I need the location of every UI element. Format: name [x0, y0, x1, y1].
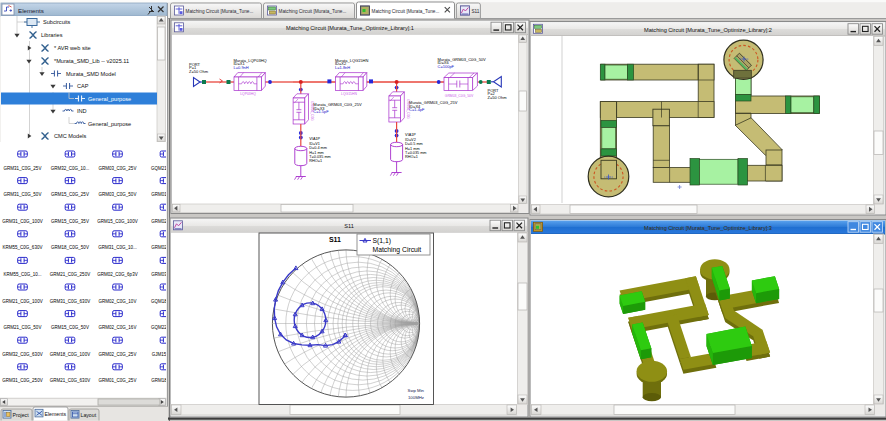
svg-text:LQP03HQ: LQP03HQ — [240, 92, 256, 96]
svg-text:GRM21_C0G_630V: GRM21_C0G_630V — [50, 378, 90, 383]
svg-text:Layout: Layout — [81, 412, 97, 418]
svg-text:IND: IND — [77, 108, 87, 114]
svg-text:C=1.4pF: C=1.4pF — [409, 107, 425, 112]
svg-text:Murata_SMD Model: Murata_SMD Model — [66, 71, 116, 77]
svg-text:Matching Circuit [Murata_Tune.: Matching Circuit [Murata_Tune... — [279, 9, 347, 14]
svg-text:GRM31_C0G_250V: GRM31_C0G_250V — [2, 378, 42, 383]
svg-text:D=0.4 mm: D=0.4 mm — [309, 146, 327, 150]
svg-text:GRM02_C0G_16V: GRM02_C0G_16V — [99, 325, 137, 330]
svg-text:Z=50 Ohm: Z=50 Ohm — [189, 69, 209, 74]
svg-text:Matching Circuit [Murata_Tune_: Matching Circuit [Murata_Tune_Optimize_L… — [644, 225, 772, 231]
svg-text:100MHz: 100MHz — [408, 395, 424, 400]
svg-text:GRM31_C0G_10...: GRM31_C0G_10... — [98, 245, 137, 250]
svg-text:L=1.8nH: L=1.8nH — [335, 65, 350, 70]
svg-text:GRM31_C0G_630V: GRM31_C0G_630V — [50, 299, 90, 304]
svg-text:LQG15HN: LQG15HN — [341, 92, 357, 96]
svg-text:GRM02_C0G_10V: GRM02_C0G_10V — [99, 299, 137, 304]
svg-text:Libraries: Libraries — [41, 32, 63, 38]
svg-text:Elements: Elements — [18, 7, 44, 14]
svg-text:GRM18_C0G_50V: GRM18_C0G_50V — [51, 245, 89, 250]
svg-text:CMC Models: CMC Models — [54, 133, 87, 139]
svg-text:GRM03_C0G_25V: GRM03_C0G_25V — [99, 166, 137, 171]
svg-text:General_purpose: General_purpose — [88, 121, 131, 127]
svg-text:RHO=1: RHO=1 — [405, 155, 418, 159]
svg-text:GRM18_C0G_100V: GRM18_C0G_100V — [50, 352, 90, 357]
svg-text:L=0.9nH: L=0.9nH — [234, 65, 249, 70]
svg-text:*Murata_SMD_Lib -- v2025.11: *Murata_SMD_Lib -- v2025.11 — [54, 58, 129, 64]
svg-text:VIA1P: VIA1P — [309, 137, 320, 141]
svg-text:CAP: CAP — [77, 83, 89, 89]
svg-text:GRM03_C0G_50V: GRM03_C0G_50V — [445, 94, 474, 98]
svg-text:RHO=1: RHO=1 — [309, 159, 322, 163]
svg-text:D=0.5 mm: D=0.5 mm — [405, 142, 423, 146]
svg-text:GRM21_C0G_100V: GRM21_C0G_100V — [2, 299, 42, 304]
svg-text:Matching Circuit [Murata_Tune.: Matching Circuit [Murata_Tune... — [372, 9, 440, 14]
svg-text:GRM15_C0G_100V: GRM15_C0G_100V — [97, 219, 137, 224]
svg-text:KRM55_C0G_630V: KRM55_C0G_630V — [3, 245, 43, 250]
svg-text:GRM32_C0G_10...: GRM32_C0G_10... — [51, 166, 90, 171]
svg-text:GRM15_C0G_25V: GRM15_C0G_25V — [51, 192, 89, 197]
svg-text:S11: S11 — [344, 223, 354, 229]
svg-text:GRM02_C0G_25V: GRM02_C0G_25V — [99, 352, 137, 357]
svg-text:S11: S11 — [471, 9, 479, 14]
svg-text:GRM31_C0G_50V: GRM31_C0G_50V — [4, 192, 42, 197]
svg-text:S(1,1): S(1,1) — [373, 237, 392, 245]
svg-text:VIA1P: VIA1P — [405, 133, 416, 137]
svg-text:Swp Min: Swp Min — [408, 388, 425, 393]
svg-text:Matching Circuit: Matching Circuit — [373, 246, 422, 254]
svg-text:H=1 mm: H=1 mm — [309, 151, 323, 155]
svg-text:GRM03_C0G_50V: GRM03_C0G_50V — [99, 192, 137, 197]
svg-text:Project: Project — [13, 412, 30, 418]
svg-text:C=100pF: C=100pF — [438, 64, 455, 69]
svg-text:Elements: Elements — [45, 411, 67, 417]
svg-text:Subcircuits: Subcircuits — [43, 19, 71, 25]
svg-text:GRM02_C0G_6p3V: GRM02_C0G_6p3V — [97, 272, 137, 277]
svg-text:General_purpose: General_purpose — [88, 96, 131, 102]
svg-text:C=1.5pF: C=1.5pF — [313, 109, 329, 114]
svg-text:KRM55_C0G_10...: KRM55_C0G_10... — [3, 272, 41, 277]
svg-text:ID=V2: ID=V2 — [405, 138, 416, 142]
svg-text:GRM31_C0G_100V: GRM31_C0G_100V — [2, 219, 42, 224]
svg-text:Matching Circuit [Murata_Tune.: Matching Circuit [Murata_Tune... — [186, 9, 254, 14]
svg-text:T=0.035 mm: T=0.035 mm — [309, 155, 330, 159]
svg-text:ID=V1: ID=V1 — [309, 142, 320, 146]
svg-text:S11: S11 — [329, 236, 341, 243]
svg-text:GRM15_C0G_35V: GRM15_C0G_35V — [51, 219, 89, 224]
svg-text:GRM15_C0G_50V: GRM15_C0G_50V — [51, 325, 89, 330]
svg-text:H=1 mm: H=1 mm — [405, 147, 419, 151]
svg-text:GRM31_C0G_25V: GRM31_C0G_25V — [4, 166, 42, 171]
svg-text:GRM01_C0G_25V: GRM01_C0G_25V — [99, 378, 137, 383]
svg-text:Matching Circuit [Murata_Tune_: Matching Circuit [Murata_Tune_Optimize_L… — [644, 27, 772, 33]
svg-text:GRM21_C0G_250V: GRM21_C0G_250V — [50, 272, 90, 277]
svg-text:GRM32_C0G_630V: GRM32_C0G_630V — [2, 352, 42, 357]
svg-text:* AVR web site: * AVR web site — [54, 45, 91, 51]
svg-text:T=0.035 mm: T=0.035 mm — [405, 151, 426, 155]
svg-text:GRM21_C0G_50V: GRM21_C0G_50V — [4, 325, 42, 330]
svg-text:Z=50 Ohm: Z=50 Ohm — [488, 95, 508, 100]
svg-text:Matching Circuit [Murata_Tune_: Matching Circuit [Murata_Tune_Optimize_L… — [286, 25, 414, 31]
